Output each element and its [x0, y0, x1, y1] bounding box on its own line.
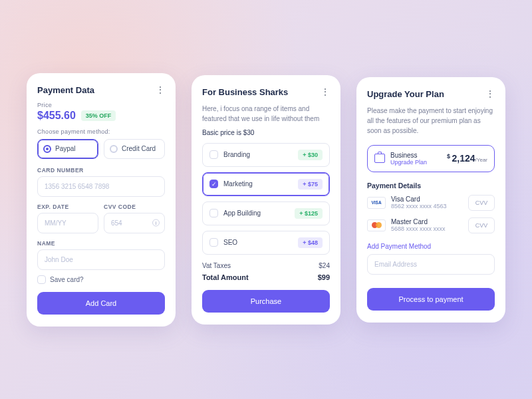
briefcase-icon: [374, 154, 385, 163]
base-price: Basic price is $30: [202, 129, 330, 136]
plan-name: Business: [390, 152, 427, 159]
card-title: Payment Data: [37, 85, 94, 95]
payment-data-card: Payment Data ⋮ Price $455.60 35% OFF Cho…: [27, 73, 176, 327]
name-input[interactable]: [37, 249, 165, 270]
add-card-button[interactable]: Add Card: [37, 292, 165, 315]
radio-icon: [43, 145, 51, 153]
purchase-button[interactable]: Purchase: [202, 290, 330, 313]
business-sharks-card: For Business Sharks ⋮ Here, i focus ona …: [192, 75, 340, 325]
save-card-label: Save card?: [50, 276, 84, 283]
checkbox-icon: [209, 238, 218, 247]
vat-label: Vat Taxes: [202, 262, 231, 269]
option-price: + $125: [295, 208, 323, 219]
add-payment-method[interactable]: Add Payment Method: [367, 243, 495, 250]
mastercard-icon: [367, 219, 386, 231]
method-label: Choose payment method:: [37, 128, 165, 135]
exp-input[interactable]: [37, 213, 98, 233]
payment-details-title: Payment Details: [367, 182, 495, 190]
cvv-input[interactable]: CVV: [468, 217, 495, 233]
email-input[interactable]: [367, 254, 495, 275]
info-icon[interactable]: i: [152, 219, 160, 227]
plan-link[interactable]: Upgrade Plan: [390, 159, 427, 166]
more-icon[interactable]: ⋮: [485, 89, 495, 98]
price-value: $455.60: [37, 110, 76, 122]
card-number-label: CARD NUMBER: [37, 167, 165, 174]
checkbox-icon: [209, 209, 218, 217]
name-label: NAME: [37, 240, 165, 247]
option-label: Marketing: [223, 180, 253, 188]
option-app-building[interactable]: App Building+ $125: [202, 201, 330, 225]
total-value: $99: [318, 273, 330, 281]
total-label: Total Amount: [202, 273, 249, 281]
cvv-input[interactable]: CVV: [468, 195, 495, 211]
option-seo[interactable]: SEO+ $48: [202, 231, 330, 255]
more-icon[interactable]: ⋮: [156, 85, 165, 94]
radio-icon: [110, 145, 118, 153]
visa-icon: VISA: [367, 197, 386, 209]
discount-badge: 35% OFF: [81, 110, 116, 121]
card-number-input[interactable]: [37, 176, 165, 197]
plan-box[interactable]: Business Upgrade Plan $ 2,124/Year: [367, 145, 495, 172]
option-label: SEO: [223, 239, 237, 246]
card-title: Upgrade Your Plan: [367, 89, 444, 99]
option-label: Branding: [223, 151, 250, 158]
option-price: + $75: [298, 179, 323, 190]
save-card-checkbox[interactable]: [37, 275, 46, 284]
option-marketing[interactable]: ✓Marketing+ $75: [202, 172, 330, 196]
card-number: 8562 xxxx xxxx 4563: [391, 203, 447, 209]
card-description: Please make the payment to start enjoyin…: [367, 106, 495, 136]
method-label-text: Credit Card: [122, 145, 156, 152]
options-list: Branding+ $30✓Marketing+ $75App Building…: [202, 143, 330, 260]
card-number: 5688 xxxx xxxx xxxx: [391, 225, 446, 232]
card-description: Here, i focus ona range of items and fea…: [202, 104, 330, 124]
card-title: For Business Sharks: [202, 87, 288, 97]
vat-value: $24: [319, 262, 330, 269]
option-price: + $48: [298, 237, 323, 248]
card-name: Master Card: [391, 218, 446, 225]
price-label: Price: [37, 102, 165, 108]
method-paypal[interactable]: Paypal: [37, 139, 98, 159]
option-branding[interactable]: Branding+ $30: [202, 143, 330, 167]
checkbox-icon: ✓: [209, 180, 218, 188]
more-icon[interactable]: ⋮: [321, 87, 330, 96]
method-label-text: Paypal: [55, 145, 76, 152]
method-credit[interactable]: Credit Card: [104, 139, 165, 159]
payment-card-row: Master Card5688 xxxx xxxx xxxxCVV: [367, 217, 495, 233]
process-payment-button[interactable]: Process to payment: [367, 288, 495, 311]
option-price: + $30: [298, 150, 323, 160]
exp-label: EXP. DATE: [37, 203, 98, 210]
plan-price: $ 2,124/Year: [447, 153, 487, 164]
checkbox-icon: [209, 150, 218, 159]
payment-card-row: VISAVisa Card8562 xxxx xxxx 4563CVV: [367, 195, 495, 211]
cvv-label: CVV CODE: [104, 203, 165, 210]
card-name: Visa Card: [391, 196, 447, 203]
option-label: App Building: [223, 209, 261, 217]
upgrade-plan-card: Upgrade Your Plan ⋮ Please make the paym…: [356, 77, 505, 323]
